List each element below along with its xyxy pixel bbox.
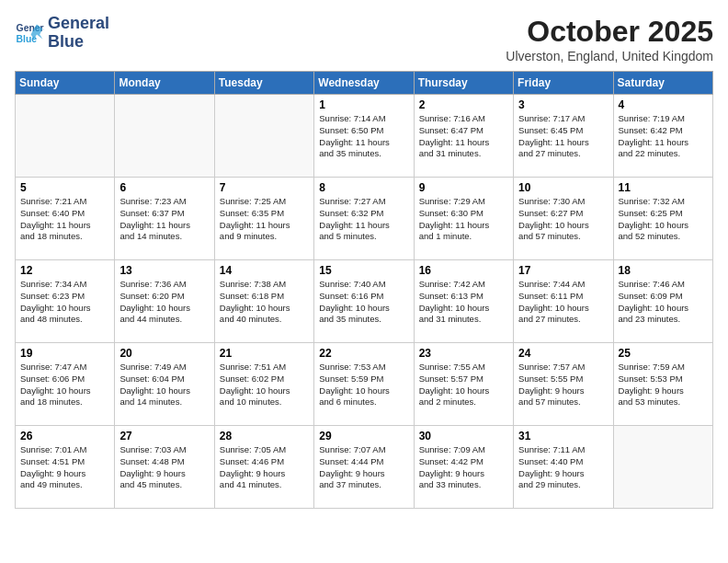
calendar-cell: 20Sunrise: 7:49 AM Sunset: 6:04 PM Dayli… xyxy=(115,343,214,426)
day-number: 12 xyxy=(20,264,109,277)
day-number: 20 xyxy=(119,347,209,360)
day-info: Sunrise: 7:59 AM Sunset: 5:53 PM Dayligh… xyxy=(619,362,708,408)
day-number: 11 xyxy=(619,181,708,194)
calendar-cell xyxy=(613,426,712,509)
calendar-cell: 26Sunrise: 7:01 AM Sunset: 4:51 PM Dayli… xyxy=(16,426,115,509)
day-number: 31 xyxy=(518,430,608,442)
day-number: 23 xyxy=(419,347,508,360)
day-info: Sunrise: 7:25 AM Sunset: 6:35 PM Dayligh… xyxy=(220,196,309,243)
day-number: 9 xyxy=(419,181,508,194)
logo-icon: General Blue xyxy=(15,18,44,48)
calendar-cell: 1Sunrise: 7:14 AM Sunset: 6:50 PM Daylig… xyxy=(314,95,414,178)
day-header-saturday: Saturday xyxy=(613,72,712,95)
day-info: Sunrise: 7:32 AM Sunset: 6:25 PM Dayligh… xyxy=(619,196,708,243)
calendar-cell: 9Sunrise: 7:29 AM Sunset: 6:30 PM Daylig… xyxy=(414,178,513,260)
page-header: General Blue General Blue October 2025 U… xyxy=(15,15,713,63)
day-number: 14 xyxy=(220,264,309,277)
calendar-cell xyxy=(214,95,313,178)
calendar-cell: 23Sunrise: 7:55 AM Sunset: 5:57 PM Dayli… xyxy=(414,343,513,426)
day-info: Sunrise: 7:16 AM Sunset: 6:47 PM Dayligh… xyxy=(419,113,508,160)
week-row-5: 26Sunrise: 7:01 AM Sunset: 4:51 PM Dayli… xyxy=(16,426,713,509)
title-area: October 2025 Ulverston, England, United … xyxy=(506,15,713,63)
day-info: Sunrise: 7:46 AM Sunset: 6:09 PM Dayligh… xyxy=(619,279,708,326)
day-number: 18 xyxy=(619,264,708,277)
day-header-wednesday: Wednesday xyxy=(314,72,414,95)
calendar-cell: 28Sunrise: 7:05 AM Sunset: 4:46 PM Dayli… xyxy=(214,426,313,509)
day-number: 7 xyxy=(220,181,309,194)
day-number: 1 xyxy=(319,98,408,111)
day-info: Sunrise: 7:21 AM Sunset: 6:40 PM Dayligh… xyxy=(20,196,109,243)
day-info: Sunrise: 7:23 AM Sunset: 6:37 PM Dayligh… xyxy=(119,196,209,243)
day-info: Sunrise: 7:19 AM Sunset: 6:42 PM Dayligh… xyxy=(619,113,708,160)
day-number: 24 xyxy=(518,347,608,360)
day-info: Sunrise: 7:44 AM Sunset: 6:11 PM Dayligh… xyxy=(518,279,608,326)
calendar-cell: 16Sunrise: 7:42 AM Sunset: 6:13 PM Dayli… xyxy=(414,260,513,343)
day-info: Sunrise: 7:38 AM Sunset: 6:18 PM Dayligh… xyxy=(220,279,309,326)
calendar-cell: 15Sunrise: 7:40 AM Sunset: 6:16 PM Dayli… xyxy=(314,260,414,343)
day-number: 26 xyxy=(20,430,109,442)
day-info: Sunrise: 7:57 AM Sunset: 5:55 PM Dayligh… xyxy=(518,362,608,408)
calendar-cell: 4Sunrise: 7:19 AM Sunset: 6:42 PM Daylig… xyxy=(613,95,712,178)
day-header-friday: Friday xyxy=(514,72,613,95)
day-info: Sunrise: 7:34 AM Sunset: 6:23 PM Dayligh… xyxy=(20,279,109,326)
day-number: 15 xyxy=(319,264,408,277)
day-number: 29 xyxy=(319,430,408,442)
calendar-cell: 30Sunrise: 7:09 AM Sunset: 4:42 PM Dayli… xyxy=(414,426,513,509)
calendar-cell: 8Sunrise: 7:27 AM Sunset: 6:32 PM Daylig… xyxy=(314,178,414,260)
day-number: 19 xyxy=(20,347,109,360)
day-number: 21 xyxy=(220,347,309,360)
calendar-cell: 11Sunrise: 7:32 AM Sunset: 6:25 PM Dayli… xyxy=(613,178,712,260)
day-info: Sunrise: 7:05 AM Sunset: 4:46 PM Dayligh… xyxy=(220,444,309,491)
calendar-table: SundayMondayTuesdayWednesdayThursdayFrid… xyxy=(15,71,713,509)
calendar-cell: 29Sunrise: 7:07 AM Sunset: 4:44 PM Dayli… xyxy=(314,426,414,509)
logo-text: General Blue xyxy=(48,15,109,52)
calendar-cell: 13Sunrise: 7:36 AM Sunset: 6:20 PM Dayli… xyxy=(115,260,214,343)
day-number: 2 xyxy=(419,98,508,111)
day-header-monday: Monday xyxy=(115,72,214,95)
day-number: 5 xyxy=(20,181,109,194)
day-info: Sunrise: 7:53 AM Sunset: 5:59 PM Dayligh… xyxy=(319,362,408,408)
day-header-sunday: Sunday xyxy=(16,72,115,95)
day-info: Sunrise: 7:11 AM Sunset: 4:40 PM Dayligh… xyxy=(518,444,608,491)
day-number: 30 xyxy=(419,430,508,442)
day-info: Sunrise: 7:07 AM Sunset: 4:44 PM Dayligh… xyxy=(319,444,408,491)
location-title: Ulverston, England, United Kingdom xyxy=(506,49,713,63)
day-info: Sunrise: 7:29 AM Sunset: 6:30 PM Dayligh… xyxy=(419,196,508,243)
day-number: 25 xyxy=(619,347,708,360)
calendar-cell: 10Sunrise: 7:30 AM Sunset: 6:27 PM Dayli… xyxy=(514,178,613,260)
calendar-cell: 18Sunrise: 7:46 AM Sunset: 6:09 PM Dayli… xyxy=(613,260,712,343)
day-info: Sunrise: 7:51 AM Sunset: 6:02 PM Dayligh… xyxy=(220,362,309,408)
calendar-cell xyxy=(115,95,214,178)
month-title: October 2025 xyxy=(506,15,713,49)
calendar-cell: 22Sunrise: 7:53 AM Sunset: 5:59 PM Dayli… xyxy=(314,343,414,426)
day-number: 28 xyxy=(220,430,309,442)
day-number: 27 xyxy=(119,430,209,442)
calendar-cell: 24Sunrise: 7:57 AM Sunset: 5:55 PM Dayli… xyxy=(514,343,613,426)
calendar-cell: 6Sunrise: 7:23 AM Sunset: 6:37 PM Daylig… xyxy=(115,178,214,260)
calendar-cell: 31Sunrise: 7:11 AM Sunset: 4:40 PM Dayli… xyxy=(514,426,613,509)
day-info: Sunrise: 7:17 AM Sunset: 6:45 PM Dayligh… xyxy=(518,113,608,160)
calendar-cell: 2Sunrise: 7:16 AM Sunset: 6:47 PM Daylig… xyxy=(414,95,513,178)
day-info: Sunrise: 7:14 AM Sunset: 6:50 PM Dayligh… xyxy=(319,113,408,160)
day-info: Sunrise: 7:42 AM Sunset: 6:13 PM Dayligh… xyxy=(419,279,508,326)
day-number: 3 xyxy=(518,98,608,111)
day-info: Sunrise: 7:49 AM Sunset: 6:04 PM Dayligh… xyxy=(119,362,209,408)
day-info: Sunrise: 7:40 AM Sunset: 6:16 PM Dayligh… xyxy=(319,279,408,326)
day-number: 8 xyxy=(319,181,408,194)
week-row-1: 1Sunrise: 7:14 AM Sunset: 6:50 PM Daylig… xyxy=(16,95,713,178)
day-number: 10 xyxy=(518,181,608,194)
day-info: Sunrise: 7:27 AM Sunset: 6:32 PM Dayligh… xyxy=(319,196,408,243)
day-number: 16 xyxy=(419,264,508,277)
calendar-cell: 21Sunrise: 7:51 AM Sunset: 6:02 PM Dayli… xyxy=(214,343,313,426)
calendar-cell: 25Sunrise: 7:59 AM Sunset: 5:53 PM Dayli… xyxy=(613,343,712,426)
day-info: Sunrise: 7:36 AM Sunset: 6:20 PM Dayligh… xyxy=(119,279,209,326)
day-number: 17 xyxy=(518,264,608,277)
week-row-3: 12Sunrise: 7:34 AM Sunset: 6:23 PM Dayli… xyxy=(16,260,713,343)
calendar-cell: 14Sunrise: 7:38 AM Sunset: 6:18 PM Dayli… xyxy=(214,260,313,343)
day-number: 6 xyxy=(119,181,209,194)
day-header-tuesday: Tuesday xyxy=(214,72,313,95)
day-info: Sunrise: 7:47 AM Sunset: 6:06 PM Dayligh… xyxy=(20,362,109,408)
calendar-cell: 19Sunrise: 7:47 AM Sunset: 6:06 PM Dayli… xyxy=(16,343,115,426)
week-row-2: 5Sunrise: 7:21 AM Sunset: 6:40 PM Daylig… xyxy=(16,178,713,260)
calendar-cell: 17Sunrise: 7:44 AM Sunset: 6:11 PM Dayli… xyxy=(514,260,613,343)
